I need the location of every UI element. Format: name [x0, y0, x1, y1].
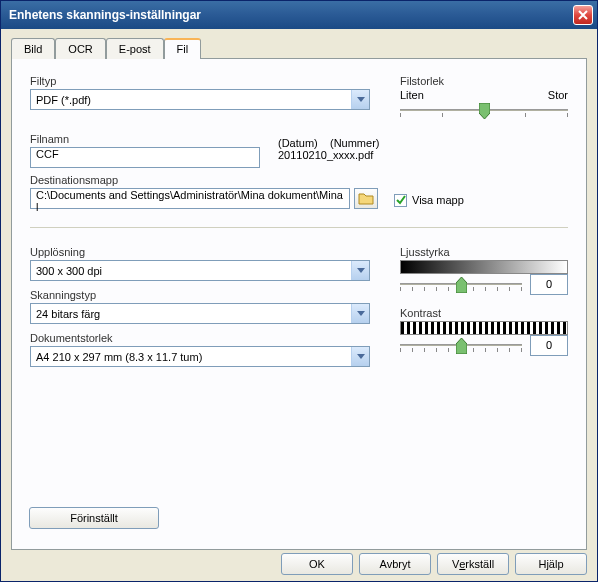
slider-thumb-icon [456, 277, 467, 293]
filetype-value: PDF (*.pdf) [31, 94, 351, 106]
destfolder-label: Destinationsmapp [30, 174, 568, 186]
chevron-down-icon [351, 261, 369, 280]
tab-panel-fil: Filtyp PDF (*.pdf) Filstorlek Liten Stor [11, 58, 587, 550]
tab-ocr[interactable]: OCR [55, 38, 105, 59]
filename-input[interactable]: CCF [30, 147, 260, 168]
destfolder-input[interactable]: C:\Documents and Settings\Administratör\… [30, 188, 350, 209]
folder-icon [358, 192, 374, 205]
contrast-value[interactable]: 0 [530, 335, 568, 356]
scantype-value: 24 bitars färg [31, 308, 351, 320]
scantype-label: Skanningstyp [30, 289, 370, 301]
showfolder-checkbox[interactable] [394, 194, 407, 207]
filename-label: Filnamn [30, 133, 260, 145]
contrast-slider[interactable] [400, 336, 522, 356]
apply-button[interactable]: Verkställ [437, 553, 509, 575]
check-icon [396, 195, 406, 205]
showfolder-label: Visa mapp [412, 193, 464, 205]
help-button[interactable]: Hjälp [515, 553, 587, 575]
browse-folder-button[interactable] [354, 188, 378, 209]
dialog-buttons: OK Avbryt Verkställ Hjälp [281, 553, 587, 575]
brightness-label: Ljusstyrka [400, 246, 568, 258]
ok-button[interactable]: OK [281, 553, 353, 575]
filename-example: 20110210_xxxx.pdf [278, 149, 379, 161]
brightness-slider[interactable] [400, 275, 522, 295]
filesize-large-label: Stor [548, 89, 568, 101]
preset-button[interactable]: Förinställt [29, 507, 159, 529]
filetype-label: Filtyp [30, 75, 370, 87]
close-icon [578, 10, 588, 20]
chevron-down-icon [351, 304, 369, 323]
close-button[interactable] [573, 5, 593, 25]
scantype-select[interactable]: 24 bitars färg [30, 303, 370, 324]
chevron-down-icon [351, 90, 369, 109]
docsize-label: Dokumentstorlek [30, 332, 370, 344]
resolution-value: 300 x 300 dpi [31, 265, 351, 277]
resolution-label: Upplösning [30, 246, 370, 258]
filesize-small-label: Liten [400, 89, 424, 101]
tab-bild[interactable]: Bild [11, 38, 55, 59]
docsize-value: A4 210 x 297 mm (8.3 x 11.7 tum) [31, 351, 351, 363]
dialog-window: Enhetens skannings-inställningar Bild OC… [0, 0, 598, 582]
slider-thumb-icon [456, 338, 467, 354]
tab-epost[interactable]: E-post [106, 38, 164, 59]
contrast-pattern [400, 321, 568, 335]
contrast-label: Kontrast [400, 307, 568, 319]
slider-thumb-icon [479, 103, 490, 119]
docsize-select[interactable]: A4 210 x 297 mm (8.3 x 11.7 tum) [30, 346, 370, 367]
brightness-gradient [400, 260, 568, 274]
chevron-down-icon [351, 347, 369, 366]
cancel-button[interactable]: Avbryt [359, 553, 431, 575]
filetype-select[interactable]: PDF (*.pdf) [30, 89, 370, 110]
number-label: (Nummer) [330, 137, 380, 149]
window-title: Enhetens skannings-inställningar [9, 8, 573, 22]
client-area: Bild OCR E-post Fil Filtyp PDF (*.pdf) F… [1, 29, 597, 556]
tab-fil[interactable]: Fil [164, 38, 202, 59]
filesize-label: Filstorlek [400, 75, 568, 87]
titlebar: Enhetens skannings-inställningar [1, 1, 597, 29]
tab-strip: Bild OCR E-post Fil [11, 38, 587, 59]
date-label: (Datum) [278, 137, 318, 149]
resolution-select[interactable]: 300 x 300 dpi [30, 260, 370, 281]
brightness-value[interactable]: 0 [530, 274, 568, 295]
filesize-slider[interactable] [400, 101, 568, 121]
divider [30, 227, 568, 228]
